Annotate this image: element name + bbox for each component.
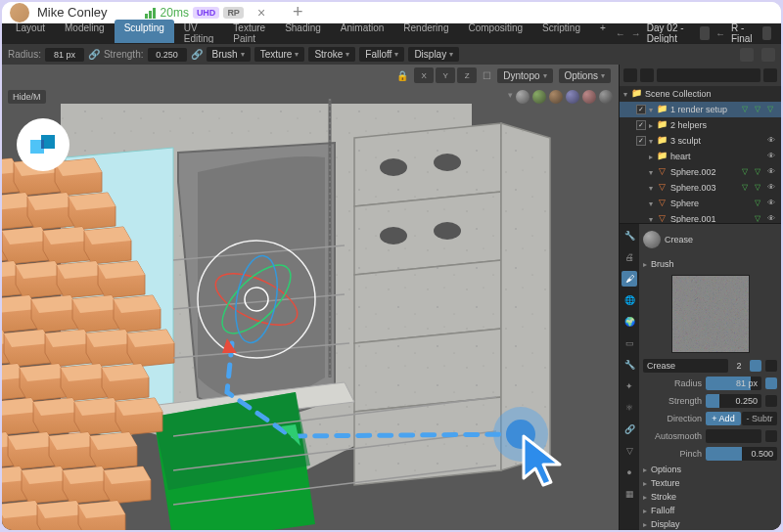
outliner-item[interactable]: 📁heart👁 [620, 149, 781, 164]
workspace-tabs: LayoutModelingSculptingUV EditingTexture… [2, 23, 781, 43]
back-button[interactable]: ← [616, 28, 625, 39]
falloff-dropdown[interactable]: Falloff [359, 47, 404, 62]
autosmooth-slider[interactable] [706, 429, 761, 443]
cursor-trail [207, 338, 560, 485]
filter-icon[interactable] [763, 68, 777, 82]
svg-point-17 [211, 254, 301, 344]
pinch-slider[interactable]: 0.500 [706, 447, 777, 461]
brush-close-icon[interactable] [765, 360, 777, 372]
object-tab[interactable]: ▭ [622, 335, 637, 351]
world-tab[interactable]: 🌍 [622, 314, 637, 330]
link-icon[interactable]: 🔗 [88, 49, 100, 60]
outliner-item[interactable]: ▽Sphere.002▽▽👁 [620, 164, 781, 180]
matcap-row: ▾ [508, 90, 613, 104]
matcap-3[interactable] [549, 90, 563, 104]
brush-dropdown[interactable]: Brush [207, 47, 251, 62]
header-icon[interactable] [700, 26, 709, 40]
tool-tab[interactable]: 🖌 [622, 271, 637, 287]
strength-label: Strength: [104, 49, 144, 60]
output-tab[interactable]: 🖨 [622, 249, 637, 265]
dyntopo-dropdown[interactable]: Dyntopo [497, 68, 552, 83]
matcap-2[interactable] [532, 90, 546, 104]
outliner-item[interactable]: ▽Sphere▽👁 [620, 196, 781, 211]
outliner-root: 📁 Scene Collection [620, 86, 781, 102]
radius-slider[interactable]: 81 px [706, 377, 761, 390]
brush-texture-preview[interactable] [671, 275, 750, 353]
strength-slider[interactable]: 0.250 [706, 394, 761, 408]
forward-button[interactable]: → [631, 28, 641, 39]
subtract-button: - Subtr [742, 412, 777, 425]
stroke-dropdown[interactable]: Stroke [308, 47, 355, 62]
outliner-search[interactable] [657, 68, 760, 82]
radius-pressure-icon[interactable] [765, 377, 777, 389]
brush-count: 2 [732, 361, 746, 371]
svg-point-18 [229, 252, 283, 346]
brush-preview-icon [643, 231, 661, 248]
svg-rect-2 [41, 140, 44, 149]
brush-select[interactable]: Crease [643, 359, 728, 373]
strength-input[interactable] [148, 48, 187, 62]
radius-input[interactable] [45, 48, 84, 62]
viewport-header: 🔒 X Y Z ☐ Dyntopo Options [2, 65, 619, 86]
axis-lock[interactable]: X Y Z [414, 67, 477, 83]
outliner-item[interactable]: ▽Sphere.001▽👁 [620, 211, 781, 223]
matcap-dropdown-icon[interactable]: ▾ [508, 90, 513, 104]
data-tab[interactable]: ▽ [622, 443, 637, 459]
section-stroke[interactable]: Stroke [643, 490, 777, 504]
section-display[interactable]: Display [643, 517, 777, 530]
toolbar-funnel-icon[interactable] [761, 48, 775, 62]
matcap-5[interactable] [582, 90, 596, 104]
latency-value: 20ms [161, 6, 189, 20]
blender-app: LayoutModelingSculptingUV EditingTexture… [2, 23, 781, 530]
matcap-4[interactable] [566, 90, 579, 104]
outliner[interactable]: 📁 Scene Collection 📁1 render setup▽▽▽📁2 … [620, 86, 781, 223]
lock-icon[interactable]: 🔒 [396, 70, 408, 81]
header-icon-2[interactable] [762, 26, 771, 40]
particle-tab[interactable]: ✦ [622, 378, 637, 394]
modifier-tab[interactable]: 🔧 [622, 357, 637, 373]
material-tab[interactable]: ● [622, 465, 637, 480]
sculpt-toolbar: Radius: 🔗 Strength: 🔗 Brush Texture Stro… [2, 43, 781, 65]
brush-section[interactable]: Brush [643, 257, 777, 271]
outliner-item[interactable]: 📁2 helpers [620, 117, 781, 133]
link-icon-2[interactable]: 🔗 [191, 49, 203, 60]
outliner-item[interactable]: ▽Sphere.003▽▽👁 [620, 180, 781, 196]
username: Mike Conley [37, 5, 108, 20]
matcap-1[interactable] [516, 90, 530, 104]
day-label: Day 02 - Delight [647, 22, 695, 44]
toolbar-icon[interactable] [740, 48, 754, 62]
sidebar: 📁 Scene Collection 📁1 render setup▽▽▽📁2 … [619, 65, 781, 530]
direction-toggle[interactable]: + Add - Subtr [706, 412, 777, 425]
display-dropdown[interactable]: Display [408, 47, 459, 62]
collection-icon: 📁 [630, 88, 642, 100]
fake-user-icon[interactable] [750, 360, 761, 372]
hide-mask-label[interactable]: Hide/M [8, 90, 46, 104]
svg-point-15 [245, 288, 268, 311]
close-tab-button[interactable]: × [257, 5, 265, 21]
3d-viewport[interactable]: 🔒 X Y Z ☐ Dyntopo Options ▾ [2, 65, 619, 530]
constraint-tab[interactable]: 🔗 [622, 421, 637, 437]
section-falloff[interactable]: Falloff [643, 504, 777, 517]
scene-tab[interactable]: 🌐 [622, 292, 637, 308]
outliner-item[interactable]: 📁3 sculpt👁 [620, 133, 781, 149]
brush-name: Crease [665, 235, 693, 244]
matcap-6[interactable] [599, 90, 613, 104]
section-options[interactable]: Options [643, 463, 777, 476]
prev-button[interactable]: ← [715, 28, 725, 39]
physics-tab[interactable]: ⚛ [622, 400, 637, 416]
options-dropdown[interactable]: Options [559, 68, 611, 83]
section-texture[interactable]: Texture [643, 476, 777, 490]
view-layer-icon[interactable] [640, 68, 654, 82]
properties-body: Crease Brush Crease 2 Radius 81 px [639, 224, 781, 530]
render-label: R - Final [731, 22, 757, 44]
render-tab[interactable]: 🔧 [622, 228, 637, 244]
strength-pressure-icon[interactable] [765, 395, 777, 407]
texture-tab[interactable]: ▦ [622, 486, 637, 502]
outliner-icon[interactable] [623, 68, 637, 82]
outliner-header [620, 65, 781, 86]
dyntopo-checkbox[interactable]: ☐ [483, 70, 491, 81]
texture-dropdown[interactable]: Texture [254, 47, 305, 62]
outliner-item[interactable]: 📁1 render setup▽▽▽ [620, 102, 781, 117]
properties-panel: 🔧 🖨 🖌 🌐 🌍 ▭ 🔧 ✦ ⚛ 🔗 ▽ ● ▦ [620, 223, 781, 530]
autosmooth-pressure-icon[interactable] [765, 430, 777, 442]
